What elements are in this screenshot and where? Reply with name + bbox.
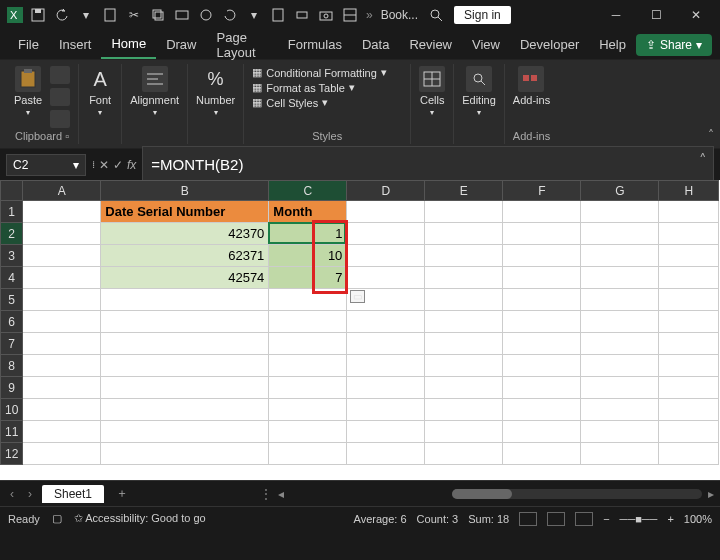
cell-A6[interactable] bbox=[23, 311, 101, 333]
cell-H9[interactable] bbox=[659, 377, 719, 399]
cell-F8[interactable] bbox=[503, 355, 581, 377]
undo-icon[interactable] bbox=[50, 3, 74, 27]
expand-formula-bar-icon[interactable]: ˄ bbox=[699, 151, 707, 169]
cell-D4[interactable] bbox=[347, 267, 425, 289]
cell-A10[interactable] bbox=[23, 399, 101, 421]
cell-G12[interactable] bbox=[581, 443, 659, 465]
cell-G4[interactable] bbox=[581, 267, 659, 289]
cell-F9[interactable] bbox=[503, 377, 581, 399]
cell-C3[interactable]: 10 bbox=[269, 245, 347, 267]
row-header-9[interactable]: 9 bbox=[1, 377, 23, 399]
addins-button[interactable]: Add-ins bbox=[513, 66, 550, 106]
cell-F2[interactable] bbox=[503, 223, 581, 245]
cell-F7[interactable] bbox=[503, 333, 581, 355]
cell-C12[interactable] bbox=[269, 443, 347, 465]
cell-D7[interactable] bbox=[347, 333, 425, 355]
row-header-12[interactable]: 12 bbox=[1, 443, 23, 465]
cell-D1[interactable] bbox=[347, 201, 425, 223]
cell-G9[interactable] bbox=[581, 377, 659, 399]
conditional-formatting-button[interactable]: ▦ Conditional Formatting ▾ bbox=[252, 66, 402, 79]
autofill-options-icon[interactable]: ▭ bbox=[350, 290, 365, 303]
qat-icon-5[interactable] bbox=[338, 3, 362, 27]
row-header-3[interactable]: 3 bbox=[1, 245, 23, 267]
cell-G3[interactable] bbox=[581, 245, 659, 267]
col-header-D[interactable]: D bbox=[347, 181, 425, 201]
camera-icon[interactable] bbox=[314, 3, 338, 27]
cell-H7[interactable] bbox=[659, 333, 719, 355]
cell-F5[interactable] bbox=[503, 289, 581, 311]
formula-input[interactable]: =MONTH(B2) ˄ bbox=[142, 146, 714, 184]
cell-A3[interactable] bbox=[23, 245, 101, 267]
tab-insert[interactable]: Insert bbox=[49, 31, 102, 58]
cell-F10[interactable] bbox=[503, 399, 581, 421]
cell-B3[interactable]: 62371 bbox=[101, 245, 269, 267]
cell-E3[interactable] bbox=[425, 245, 503, 267]
cell-A12[interactable] bbox=[23, 443, 101, 465]
cell-B10[interactable] bbox=[101, 399, 269, 421]
maximize-button[interactable]: ☐ bbox=[636, 1, 676, 29]
cell-H10[interactable] bbox=[659, 399, 719, 421]
cell-B7[interactable] bbox=[101, 333, 269, 355]
col-header-C[interactable]: C bbox=[269, 181, 347, 201]
cell-H11[interactable] bbox=[659, 421, 719, 443]
alignment-button[interactable]: Alignment ▾ bbox=[130, 66, 179, 117]
cell-G2[interactable] bbox=[581, 223, 659, 245]
copy-button[interactable] bbox=[50, 88, 70, 106]
cell-B1[interactable]: Date Serial Number bbox=[101, 201, 269, 223]
view-page-layout-icon[interactable] bbox=[547, 512, 565, 526]
sheet-tab-active[interactable]: Sheet1 bbox=[42, 485, 104, 503]
cell-D8[interactable] bbox=[347, 355, 425, 377]
cell-E9[interactable] bbox=[425, 377, 503, 399]
cell-D12[interactable] bbox=[347, 443, 425, 465]
cell-C5[interactable] bbox=[269, 289, 347, 311]
scroll-right-icon[interactable]: ▸ bbox=[708, 487, 714, 501]
cell-A9[interactable] bbox=[23, 377, 101, 399]
col-header-F[interactable]: F bbox=[503, 181, 581, 201]
save-icon[interactable] bbox=[26, 3, 50, 27]
format-painter-button[interactable] bbox=[50, 110, 70, 128]
cell-B2[interactable]: 42370 bbox=[101, 223, 269, 245]
cell-E10[interactable] bbox=[425, 399, 503, 421]
cell-H5[interactable] bbox=[659, 289, 719, 311]
qat-icon-1[interactable] bbox=[170, 3, 194, 27]
cell-A1[interactable] bbox=[23, 201, 101, 223]
cell-C9[interactable] bbox=[269, 377, 347, 399]
cell-F12[interactable] bbox=[503, 443, 581, 465]
tab-review[interactable]: Review bbox=[399, 31, 462, 58]
paste-button[interactable]: Paste ▾ bbox=[14, 66, 42, 117]
collapse-ribbon-icon[interactable]: ˄ bbox=[708, 128, 714, 142]
cell-G7[interactable] bbox=[581, 333, 659, 355]
cell-A2[interactable] bbox=[23, 223, 101, 245]
cell-styles-button[interactable]: ▦ Cell Styles ▾ bbox=[252, 96, 402, 109]
cell-D2[interactable] bbox=[347, 223, 425, 245]
cell-G6[interactable] bbox=[581, 311, 659, 333]
cell-A5[interactable] bbox=[23, 289, 101, 311]
cell-D11[interactable] bbox=[347, 421, 425, 443]
qat-icon-4[interactable] bbox=[290, 3, 314, 27]
tab-view[interactable]: View bbox=[462, 31, 510, 58]
cell-H3[interactable] bbox=[659, 245, 719, 267]
font-button[interactable]: A Font ▾ bbox=[87, 66, 113, 117]
cell-G8[interactable] bbox=[581, 355, 659, 377]
scrollbar-thumb[interactable] bbox=[452, 489, 512, 499]
fx-icon[interactable]: fx bbox=[127, 158, 136, 172]
row-header-5[interactable]: 5 bbox=[1, 289, 23, 311]
cell-B5[interactable] bbox=[101, 289, 269, 311]
row-header-10[interactable]: 10 bbox=[1, 399, 23, 421]
cell-G10[interactable] bbox=[581, 399, 659, 421]
cell-G5[interactable] bbox=[581, 289, 659, 311]
cell-A7[interactable] bbox=[23, 333, 101, 355]
horizontal-scrollbar[interactable] bbox=[452, 489, 702, 499]
cell-D10[interactable] bbox=[347, 399, 425, 421]
cell-F11[interactable] bbox=[503, 421, 581, 443]
close-button[interactable]: ✕ bbox=[676, 1, 716, 29]
cell-B11[interactable] bbox=[101, 421, 269, 443]
scroll-left-icon[interactable]: ◂ bbox=[278, 487, 284, 501]
sheet-nav-next[interactable]: › bbox=[24, 487, 36, 501]
col-header-E[interactable]: E bbox=[425, 181, 503, 201]
cell-E7[interactable] bbox=[425, 333, 503, 355]
cell-H6[interactable] bbox=[659, 311, 719, 333]
col-header-A[interactable]: A bbox=[23, 181, 101, 201]
tab-formulas[interactable]: Formulas bbox=[278, 31, 352, 58]
qat-new-icon[interactable] bbox=[98, 3, 122, 27]
